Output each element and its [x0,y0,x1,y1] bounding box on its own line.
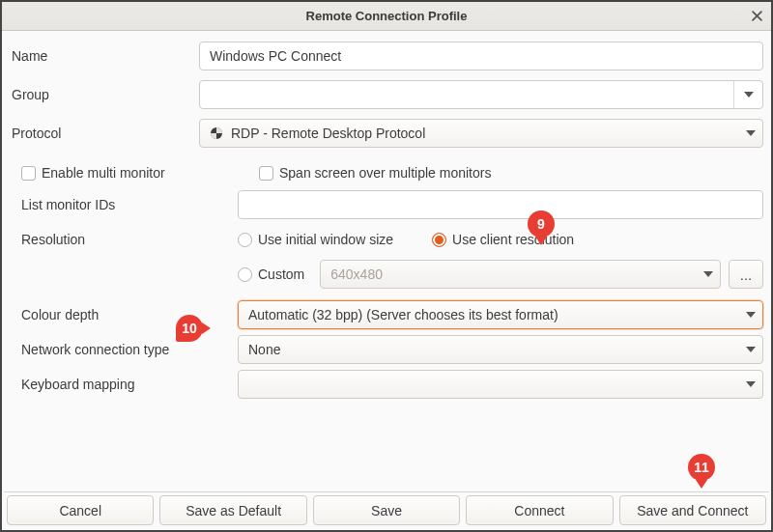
list-monitor-ids-label: List monitor IDs [21,197,238,212]
resolution-initial-radio[interactable]: Use initial window size [238,232,393,247]
row-monitor-ids: List monitor IDs [21,187,763,222]
chevron-down-icon[interactable] [733,81,762,108]
group-combo[interactable] [199,80,763,109]
keyboard-mapping-select[interactable] [238,370,763,399]
chevron-down-icon[interactable] [739,371,762,398]
resolution-custom-select[interactable]: 640x480 [320,260,721,289]
save-and-connect-button[interactable]: Save and Connect [619,495,766,525]
resolution-custom-radio[interactable]: Custom [238,266,304,282]
row-monitors: Enable multi monitor Span screen over mu… [21,158,763,187]
close-button[interactable] [742,2,771,31]
enable-multi-monitor-checkbox[interactable]: Enable multi monitor [21,165,232,181]
colour-depth-label: Colour depth [21,307,238,322]
name-label: Name [10,48,199,64]
chevron-down-icon[interactable] [739,120,762,147]
row-resolution: Resolution Use initial window size Use c… [21,222,763,257]
row-network-type: Network connection type None [21,332,763,367]
chevron-down-icon[interactable] [697,261,720,288]
resolution-more-button[interactable]: ... [729,260,763,289]
titlebar: Remote Connection Profile [2,2,771,31]
list-monitor-ids-input[interactable] [238,190,763,219]
connect-label: Connect [514,503,564,518]
save-default-label: Save as Default [186,503,281,518]
network-type-value: None [248,342,739,357]
form-top: Name Group Protocol RDP - Remote Desktop… [2,37,771,153]
resolution-custom-value: 640x480 [330,266,697,282]
save-default-button[interactable]: Save as Default [159,495,306,525]
radio-icon [238,267,252,282]
span-screen-checkbox[interactable]: Span screen over multiple monitors [259,165,491,181]
rdp-icon [210,126,223,140]
chevron-down-icon[interactable] [739,336,762,363]
colour-depth-value: Automatic (32 bpp) (Server chooses its b… [248,307,739,322]
radio-icon [238,233,252,247]
checkbox-icon [21,166,36,181]
resolution-label: Resolution [21,232,238,247]
row-name: Name [2,37,771,75]
colour-depth-select[interactable]: Automatic (32 bpp) (Server chooses its b… [238,300,763,329]
protocol-select[interactable]: RDP - Remote Desktop Protocol [199,119,763,148]
resolution-custom-label: Custom [258,266,304,282]
close-icon [752,9,762,24]
row-group: Group [2,75,771,114]
checkbox-icon [259,166,273,181]
ellipsis-icon: ... [740,266,753,283]
connect-button[interactable]: Connect [466,495,613,525]
protocol-label: Protocol [10,126,199,141]
save-label: Save [371,503,402,518]
group-label: Group [10,87,199,102]
group-input[interactable] [200,81,733,108]
enable-multi-monitor-label: Enable multi monitor [42,165,165,181]
options-section: Enable multi monitor Span screen over mu… [2,153,771,406]
resolution-client-radio[interactable]: Use client resolution [432,232,574,247]
row-colour-depth: Colour depth Automatic (32 bpp) (Server … [21,297,763,332]
row-protocol: Protocol RDP - Remote Desktop Protocol [2,114,771,153]
annotation-11: 11 [688,454,715,481]
row-resolution-custom: Custom 640x480 ... [21,257,763,292]
save-button[interactable]: Save [313,495,460,525]
keyboard-mapping-label: Keyboard mapping [21,377,238,392]
cancel-label: Cancel [59,503,101,518]
span-screen-label: Span screen over multiple monitors [279,165,491,181]
name-input[interactable] [199,42,763,70]
cancel-button[interactable]: Cancel [7,495,154,525]
save-and-connect-label: Save and Connect [637,503,748,518]
resolution-client-label: Use client resolution [452,232,574,247]
row-keyboard-mapping: Keyboard mapping [21,367,763,402]
button-bar: Cancel Save as Default Save Connect Save… [4,491,769,528]
protocol-value: RDP - Remote Desktop Protocol [231,126,739,141]
resolution-initial-label: Use initial window size [258,232,393,247]
network-type-label: Network connection type [21,342,238,357]
chevron-down-icon[interactable] [739,301,762,328]
network-type-select[interactable]: None [238,335,763,364]
window-title: Remote Connection Profile [306,9,468,23]
radio-icon [432,233,446,247]
